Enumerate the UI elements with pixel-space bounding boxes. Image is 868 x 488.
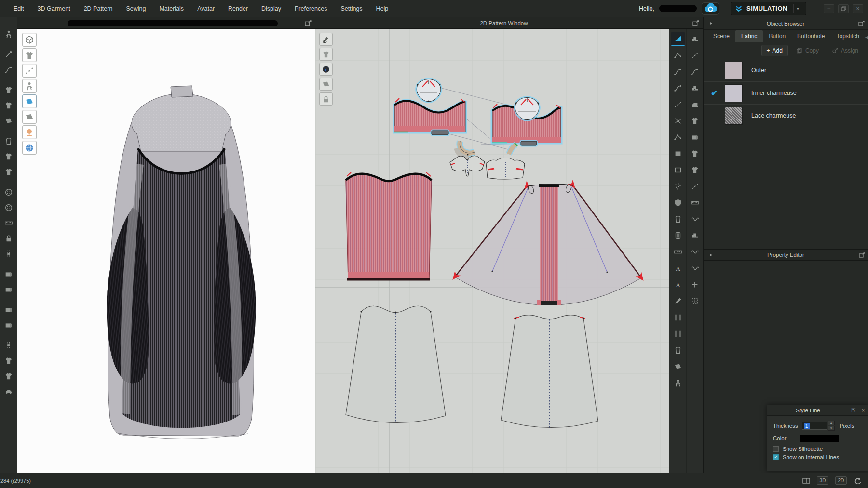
simulation-dropdown-caret[interactable]: ▾ xyxy=(793,4,802,13)
view-2d-button[interactable]: 2D xyxy=(835,476,847,485)
tabs-scroll-left-icon[interactable]: ◀ xyxy=(865,35,868,40)
menu-sewing[interactable]: Sewing xyxy=(119,0,152,17)
shield-tool-icon[interactable] xyxy=(671,196,685,210)
menu-settings[interactable]: Settings xyxy=(334,0,369,17)
shirring-tool-icon[interactable] xyxy=(688,261,702,276)
garment-fold-tool-icon[interactable] xyxy=(2,115,15,127)
show-internal-lines-checkbox[interactable]: ✓ xyxy=(773,454,779,460)
basting-tool-icon[interactable] xyxy=(688,179,702,194)
restore-button[interactable] xyxy=(838,4,849,13)
tab-buttonhole[interactable]: Buttonhole xyxy=(791,30,830,42)
menu-display[interactable]: Display xyxy=(255,0,288,17)
attach-button-tool-icon[interactable] xyxy=(688,146,702,161)
zipper-puller-tool-icon[interactable] xyxy=(2,339,15,352)
zipper-tool-icon[interactable] xyxy=(2,248,15,260)
sewing-edit-tool-icon[interactable] xyxy=(2,64,15,76)
menu-3d-garment[interactable]: 3D Garment xyxy=(31,0,77,17)
show-pins-button[interactable] xyxy=(22,64,37,78)
minimize-button[interactable]: − xyxy=(824,4,834,13)
style-line-titlebar[interactable]: Style Line ⇱ × xyxy=(767,405,868,416)
tab-topstitch[interactable]: Topstitch xyxy=(830,30,865,42)
flatten-tool-icon[interactable] xyxy=(671,343,685,357)
arrangement-tool-icon[interactable] xyxy=(2,135,15,147)
fold-sewing-tool-icon[interactable] xyxy=(688,130,702,145)
menu-2d-pattern[interactable]: 2D Pattern xyxy=(77,0,120,17)
free-sewing-tool-icon[interactable] xyxy=(688,65,702,79)
show-garment-button[interactable] xyxy=(22,48,37,62)
transform-pattern-tool-icon[interactable] xyxy=(671,32,685,46)
show-fabric-mesh-button[interactable] xyxy=(22,110,37,124)
button-placement-tool-icon[interactable] xyxy=(2,150,15,163)
text-tool-icon[interactable] xyxy=(671,261,685,276)
add-fabric-button[interactable]: +Add xyxy=(761,45,788,56)
cloud-account-button[interactable] xyxy=(702,2,719,15)
elastic-tool-icon[interactable] xyxy=(688,245,702,259)
dart-tool-icon[interactable] xyxy=(671,179,685,194)
show-garment-2d-button[interactable] xyxy=(319,48,333,61)
collapse-panel-icon[interactable] xyxy=(706,21,713,26)
dialog-close-icon[interactable]: × xyxy=(858,408,868,413)
assign-fabric-button[interactable]: Assign xyxy=(827,45,863,56)
segment-sewing-tool-icon[interactable] xyxy=(688,48,702,63)
iron-tool-icon[interactable] xyxy=(688,97,702,112)
object-browser-popout-icon[interactable] xyxy=(858,21,865,26)
trim-strip-tool-icon[interactable] xyxy=(2,319,15,331)
menu-avatar[interactable]: Avatar xyxy=(190,0,221,17)
add-point-tool-icon[interactable] xyxy=(671,97,685,112)
collapse-property-icon[interactable] xyxy=(706,252,713,258)
color-swatch[interactable] xyxy=(800,435,839,442)
fabric-row-outer[interactable]: ✔ Outer xyxy=(704,59,868,82)
tab-scene[interactable]: Scene xyxy=(707,30,735,42)
edit-pattern-tool-icon[interactable] xyxy=(671,48,685,63)
pleats-tool-icon[interactable] xyxy=(671,310,685,325)
sewing-tool-icon[interactable] xyxy=(2,48,15,61)
detach-button-tool-icon[interactable] xyxy=(688,163,702,177)
close-button[interactable]: × xyxy=(853,4,863,13)
cap-tool-icon[interactable] xyxy=(2,385,15,398)
fabric-row-inner-charmeuse[interactable]: ✔ Inner charmeuse xyxy=(704,82,868,105)
tab-fabric[interactable]: Fabric xyxy=(735,30,763,42)
fabric-roll-tool-icon[interactable] xyxy=(2,268,15,280)
net-tool-icon[interactable] xyxy=(688,294,702,308)
menu-edit[interactable]: Edit xyxy=(7,0,31,17)
fabric-strip-tool-icon[interactable] xyxy=(2,283,15,296)
shirt-zipper-tool-icon[interactable] xyxy=(2,355,15,367)
edit-curve-point-tool-icon[interactable] xyxy=(671,81,685,95)
menu-help[interactable]: Help xyxy=(369,0,395,17)
fold-pleats-tool-icon[interactable] xyxy=(671,327,685,341)
render-style-button[interactable] xyxy=(22,33,37,47)
stepper-up-icon[interactable]: ▲ xyxy=(828,421,835,425)
show-style-lines-button[interactable] xyxy=(319,33,333,46)
trace-tool-icon[interactable] xyxy=(671,228,685,243)
seam-line-tool-icon[interactable] xyxy=(688,196,702,210)
show-silhouette-checkbox[interactable]: ✓ xyxy=(773,446,779,452)
fabric-swatch[interactable] xyxy=(725,107,743,125)
fabric-row-lace-charmeuse[interactable]: ✔ Lace charmeuse xyxy=(704,105,868,127)
wave-stitch-tool-icon[interactable] xyxy=(688,212,702,226)
show-avatar-skin-button[interactable] xyxy=(22,125,37,139)
polygon-tool-icon[interactable] xyxy=(671,130,685,145)
curve-pen-tool-icon[interactable] xyxy=(671,294,685,308)
detect-sewing-tool-icon[interactable] xyxy=(688,81,702,95)
show-fabric-texture-button[interactable] xyxy=(22,94,37,108)
2d-pattern-canvas[interactable] xyxy=(315,29,669,473)
bond-tool-icon[interactable] xyxy=(688,277,702,292)
view-3d-button[interactable]: 3D xyxy=(817,476,828,485)
fabric-swatch[interactable] xyxy=(725,62,743,79)
trim-roll-tool-icon[interactable] xyxy=(2,303,15,316)
3d-viewport[interactable] xyxy=(17,29,315,473)
menu-render[interactable]: Render xyxy=(221,0,255,17)
grading-tool-icon[interactable] xyxy=(671,277,685,292)
avatar-pose-tool-icon[interactable] xyxy=(2,28,15,40)
pattern-outline-tool-icon[interactable] xyxy=(671,212,685,226)
copy-fabric-button[interactable]: Copy xyxy=(791,45,824,56)
tack-tool-icon[interactable] xyxy=(688,114,702,128)
menu-materials[interactable]: Materials xyxy=(152,0,190,17)
machine-stitch-tool-icon[interactable] xyxy=(688,228,702,243)
garment-sew-tool-icon[interactable] xyxy=(2,99,15,112)
edit-intersection-tool-icon[interactable] xyxy=(671,114,685,128)
shirt-zipper-edit-tool-icon[interactable] xyxy=(2,370,15,382)
edit-curvature-tool-icon[interactable] xyxy=(671,65,685,79)
buttonhole-placement-tool-icon[interactable] xyxy=(2,166,15,178)
thickness-stepper[interactable]: ▲▼ xyxy=(828,421,835,431)
